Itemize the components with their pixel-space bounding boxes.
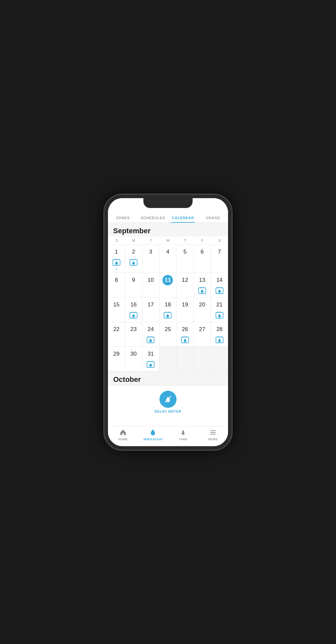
water-icon-26 [180,335,190,344]
day-16[interactable]: 16 [125,298,142,322]
day-12[interactable]: 12 [177,273,194,298]
delay-water-label: DELAY WATER [155,410,181,413]
day-31[interactable]: 31 [142,347,159,371]
day-4[interactable]: 4 [159,245,177,273]
day-num-16: 16 [128,300,139,310]
day-28[interactable]: 28 [211,322,228,347]
water-icon-16 [129,311,138,320]
svg-rect-1 [115,259,116,260]
main-content: September S M T W T F S 1 [108,223,228,426]
day-8[interactable]: 8 [108,273,125,298]
svg-rect-29 [220,336,221,338]
water-icon-28 [215,335,224,344]
svg-rect-10 [218,287,219,288]
october-section: October [108,371,228,385]
day-3[interactable]: 3 [142,245,159,273]
svg-rect-20 [220,312,221,313]
day-num-25: 25 [162,324,173,335]
svg-rect-22 [149,336,150,338]
day-num-9: 9 [128,275,139,285]
september-header: September [108,223,228,237]
day-20[interactable]: 20 [194,298,211,322]
september-calendar: S M T W T F S 1 [108,237,228,371]
svg-rect-5 [135,259,135,260]
day-24[interactable]: 24 [142,322,159,347]
day-17[interactable]: 17 [142,298,159,322]
svg-rect-19 [218,312,219,313]
nav-yard[interactable]: YARD [168,428,198,441]
day-2[interactable]: 2 [125,245,142,273]
day-10[interactable]: 10 [142,273,159,298]
day-header-m: M [125,237,142,244]
nav-home-label: HOME [118,438,128,441]
nav-more[interactable]: MORE [198,428,228,441]
nav-home[interactable]: HOME [108,428,138,441]
tab-usage[interactable]: USAGE [198,213,228,222]
day-num-13: 13 [197,275,207,285]
water-icon-31 [146,360,155,369]
day-22[interactable]: 22 [108,322,125,347]
nav-tabs: ZONES SCHEDULES CALENDAR USAGE [108,213,228,223]
svg-rect-16 [166,312,167,313]
day-25[interactable]: 25 [159,322,177,347]
day-21[interactable]: 21 [211,298,228,322]
svg-rect-2 [117,259,118,260]
day-num-17: 17 [145,300,156,310]
day-29[interactable]: 29 [108,347,125,371]
day-num-28: 28 [214,324,225,335]
day-18[interactable]: 18 [159,298,177,322]
delay-water-circle[interactable] [159,391,177,408]
water-icon-18 [163,311,172,320]
day-num-18: 18 [162,300,173,310]
svg-rect-25 [183,336,184,338]
day-19[interactable]: 19 [177,298,194,322]
day-num-1: 1 [111,247,122,257]
empty-1 [159,347,177,371]
badge-1: 2 [116,267,117,271]
day-num-11: 11 [162,275,173,285]
day-num-30: 30 [128,349,139,359]
day-23[interactable]: 23 [125,322,142,347]
day-15[interactable]: 15 [108,298,125,322]
day-num-12: 12 [180,275,190,285]
day-11[interactable]: 11 [159,273,177,298]
day-num-22: 22 [111,324,122,335]
day-26[interactable]: 26 [177,322,194,347]
day-6[interactable]: 6 [194,245,211,273]
svg-rect-35 [210,430,216,431]
nav-irrigation-label: IRRIGATION [144,438,162,441]
water-icon-13 [198,286,207,295]
week-1: 1 2 2 [108,245,228,273]
water-icon-2 [129,258,138,267]
day-13[interactable]: 13 [194,273,211,298]
day-num-31: 31 [145,349,156,359]
nav-irrigation[interactable]: IRRIGATION [138,428,168,441]
water-icon-24 [146,335,155,344]
water-icon-21 [215,311,224,320]
day-30[interactable]: 30 [125,347,142,371]
day-num-7: 7 [214,247,225,257]
day-9[interactable]: 9 [125,273,142,298]
svg-rect-7 [200,287,201,288]
tab-zones[interactable]: ZONES [108,213,138,222]
svg-rect-17 [169,312,169,313]
more-icon [209,428,217,437]
day-27[interactable]: 27 [194,322,211,347]
svg-rect-11 [220,287,221,288]
day-num-24: 24 [145,324,156,335]
day-num-23: 23 [128,324,139,335]
day-7[interactable]: 7 [211,245,228,273]
day-num-10: 10 [145,275,156,285]
week-2: 8 9 10 11 12 13 [108,273,228,298]
day-num-19: 19 [180,300,190,310]
delay-water-bar[interactable]: DELAY WATER [108,385,228,417]
svg-rect-32 [152,361,152,362]
day-1[interactable]: 1 2 [108,245,125,273]
day-14[interactable]: 14 [211,273,228,298]
day-5[interactable]: 5 [177,245,194,273]
tab-calendar[interactable]: CALENDAR [168,213,198,222]
day-header-f: F [194,237,211,244]
tab-schedules[interactable]: SCHEDULES [138,213,168,222]
svg-rect-8 [203,287,204,288]
day-num-14: 14 [214,275,225,285]
